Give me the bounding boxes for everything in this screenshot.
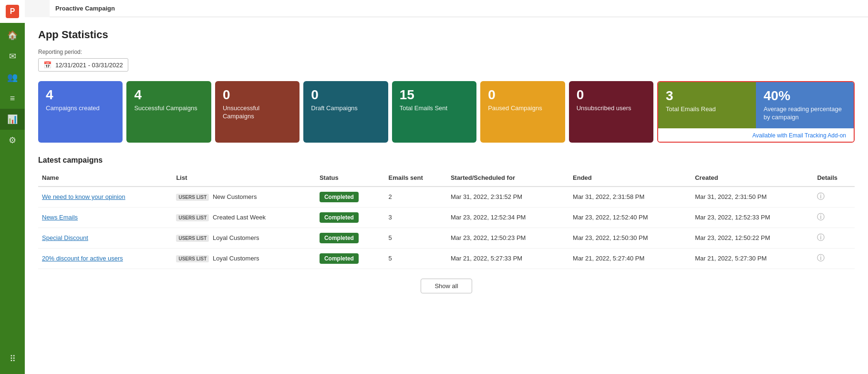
users-list-badge: USERS LIST xyxy=(176,235,209,242)
created-value: Mar 31, 2022, 2:31:50 PM xyxy=(691,187,813,208)
sidebar-item-settings[interactable]: ⚙ xyxy=(0,130,25,151)
show-all-button[interactable]: Show all xyxy=(421,279,472,293)
table-row: 20% discount for active users USERS LIST… xyxy=(38,248,855,269)
ended-value: Mar 23, 2022, 12:52:40 PM xyxy=(569,207,691,228)
main-content: App Statistics Reporting period: 📅 12/31… xyxy=(25,17,868,374)
latest-campaigns-title: Latest campaigns xyxy=(38,156,855,165)
tracking-number-1: 3 xyxy=(666,89,748,104)
app-name: Proactive Campaign xyxy=(55,5,115,12)
stat-card-avg-reading: 40% Average reading percentage by campai… xyxy=(756,82,854,128)
email-tracking-box: 3 Total Emails Read 40% Average reading … xyxy=(657,81,855,143)
stat-number-0: 4 xyxy=(46,88,115,103)
sidebar-item-stats[interactable]: 📊 xyxy=(0,109,25,130)
col-created: Created xyxy=(691,171,813,187)
list-name: Loyal Customers xyxy=(213,234,259,241)
col-list: List xyxy=(172,171,316,187)
stat-card-paused: 0 Paused Campaigns xyxy=(480,81,565,143)
stat-label-4: Total Emails Sent xyxy=(400,104,469,113)
stat-label-3: Draft Campaigns xyxy=(311,104,380,113)
col-status: Status xyxy=(316,171,385,187)
started-value: Mar 21, 2022, 5:27:33 PM xyxy=(447,248,569,269)
list-name: Loyal Customers xyxy=(213,255,259,262)
stat-label-2: Unsuccessful Campaigns xyxy=(223,104,292,121)
logo-icon: P xyxy=(6,5,19,18)
status-badge: Completed xyxy=(320,212,359,223)
stat-label-6: Unsubscribed users xyxy=(577,104,646,113)
stat-number-4: 15 xyxy=(400,88,469,103)
stat-number-3: 0 xyxy=(311,88,380,103)
stat-card-emails-sent: 15 Total Emails Sent xyxy=(392,81,476,143)
date-range-picker[interactable]: 📅 12/31/2021 - 03/31/2022 xyxy=(38,58,128,72)
calendar-icon: 📅 xyxy=(43,61,52,69)
campaign-name-link[interactable]: News Emails xyxy=(42,214,78,221)
users-list-badge: USERS LIST xyxy=(176,214,209,221)
table-row: Special Discount USERS LIST Loyal Custom… xyxy=(38,228,855,248)
col-name: Name xyxy=(38,171,172,187)
emails-sent-value: 3 xyxy=(385,207,447,228)
list-name: New Customers xyxy=(213,193,257,200)
tracking-number-2: 40% xyxy=(764,89,846,104)
stat-label-1: Successful Campaigns xyxy=(134,104,203,113)
tracking-label-2: Average reading percentage by campaign xyxy=(764,105,846,122)
stat-number-1: 4 xyxy=(134,88,203,103)
stat-card-successful: 4 Successful Campaigns xyxy=(126,81,211,143)
stat-card-campaigns-created: 4 Campaigns created xyxy=(38,81,123,143)
stat-card-unsuccessful: 0 Unsuccessful Campaigns xyxy=(215,81,300,143)
app-logo: P xyxy=(0,0,25,23)
status-badge: Completed xyxy=(320,253,359,264)
sidebar: P 🏠 ✉ 👥 ≡ 📊 ⚙ ⠿ xyxy=(0,0,25,374)
ended-value: Mar 31, 2022, 2:31:58 PM xyxy=(569,187,691,208)
stat-card-draft: 0 Draft Campaigns xyxy=(303,81,388,143)
sidebar-item-mail[interactable]: ✉ xyxy=(0,46,25,67)
ended-value: Mar 23, 2022, 12:50:30 PM xyxy=(569,228,691,248)
details-info-icon[interactable]: ⓘ xyxy=(817,254,825,262)
tracking-available-link[interactable]: Available with Email Tracking Add-on xyxy=(662,130,850,140)
created-value: Mar 21, 2022, 5:27:30 PM xyxy=(691,248,813,269)
started-value: Mar 23, 2022, 12:50:23 PM xyxy=(447,228,569,248)
list-name: Created Last Week xyxy=(213,214,266,221)
stat-card-emails-read: 3 Total Emails Read xyxy=(658,82,756,128)
stat-label-0: Campaigns created xyxy=(46,104,115,113)
page-title: App Statistics xyxy=(38,29,855,41)
col-emails-sent: Emails sent xyxy=(385,171,447,187)
content-area: Proactive Campaign App Statistics Report… xyxy=(25,0,868,374)
ended-value: Mar 21, 2022, 5:27:40 PM xyxy=(569,248,691,269)
stat-card-unsubscribed: 0 Unsubscribed users xyxy=(569,81,653,143)
campaign-name-link[interactable]: We need to know your opinion xyxy=(42,193,125,200)
sidebar-item-home[interactable]: 🏠 xyxy=(0,25,25,46)
details-info-icon[interactable]: ⓘ xyxy=(817,192,825,200)
status-badge: Completed xyxy=(320,233,359,243)
details-info-icon[interactable]: ⓘ xyxy=(817,233,825,241)
stat-number-6: 0 xyxy=(577,88,646,103)
show-all-container: Show all xyxy=(38,279,855,293)
tracking-cards-row: 3 Total Emails Read 40% Average reading … xyxy=(658,82,854,128)
top-bar: Proactive Campaign xyxy=(50,0,868,17)
started-value: Mar 23, 2022, 12:52:34 PM xyxy=(447,207,569,228)
table-row: We need to know your opinion USERS LIST … xyxy=(38,187,855,208)
emails-sent-value: 5 xyxy=(385,228,447,248)
sidebar-item-grid[interactable]: ⠿ xyxy=(0,348,25,369)
emails-sent-value: 2 xyxy=(385,187,447,208)
campaign-name-link[interactable]: 20% discount for active users xyxy=(42,255,123,262)
users-list-badge: USERS LIST xyxy=(176,194,209,201)
users-list-badge: USERS LIST xyxy=(176,255,209,262)
emails-sent-value: 5 xyxy=(385,248,447,269)
col-started: Started/Scheduled for xyxy=(447,171,569,187)
col-details: Details xyxy=(813,171,855,187)
date-range-value: 12/31/2021 - 03/31/2022 xyxy=(55,62,123,69)
table-row: News Emails USERS LIST Created Last Week… xyxy=(38,207,855,228)
status-badge: Completed xyxy=(320,192,359,202)
campaigns-table: Name List Status Emails sent Started/Sch… xyxy=(38,171,855,269)
reporting-label: Reporting period: xyxy=(38,49,855,55)
created-value: Mar 23, 2022, 12:52:33 PM xyxy=(691,207,813,228)
stats-row: 4 Campaigns created 4 Successful Campaig… xyxy=(38,81,855,143)
sidebar-item-users[interactable]: 👥 xyxy=(0,67,25,88)
stat-number-5: 0 xyxy=(488,88,557,103)
tracking-label-1: Total Emails Read xyxy=(666,105,748,114)
started-value: Mar 31, 2022, 2:31:52 PM xyxy=(447,187,569,208)
campaign-name-link[interactable]: Special Discount xyxy=(42,234,88,241)
details-info-icon[interactable]: ⓘ xyxy=(817,213,825,221)
sidebar-item-list[interactable]: ≡ xyxy=(0,88,25,109)
created-value: Mar 23, 2022, 12:50:22 PM xyxy=(691,228,813,248)
stat-number-2: 0 xyxy=(223,88,292,103)
